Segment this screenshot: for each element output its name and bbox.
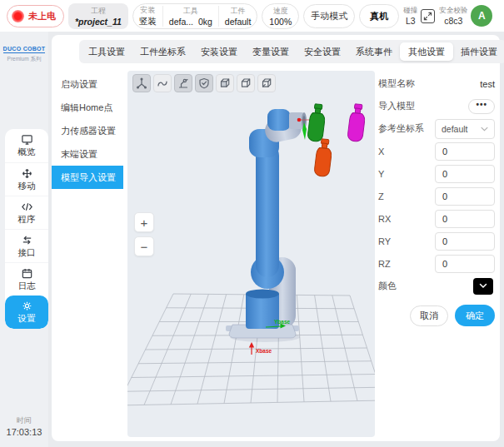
manual-mode-button[interactable]: 手动模式 (303, 4, 355, 28)
sidebar-item-move[interactable]: 移动 (5, 162, 48, 196)
tab-safety-settings[interactable]: 安全设置 (297, 40, 348, 63)
speed-label: 速度 (269, 6, 292, 17)
zoom-in-button[interactable]: + (134, 212, 154, 232)
rz-input[interactable] (435, 255, 495, 273)
power-status-label: 未上电 (28, 10, 56, 22)
code-icon (21, 201, 33, 213)
nav-menu: 概览 移动 程序 接口 日志 设置 (5, 129, 48, 329)
ref-frame-select[interactable]: default (435, 119, 495, 139)
submenu-end-effector[interactable]: 末端设置 (52, 142, 123, 166)
cube-view-1-button[interactable] (216, 74, 234, 92)
y-input[interactable] (435, 165, 495, 183)
rx-label: RX (378, 214, 391, 224)
move-icon (21, 167, 33, 180)
top-status-bar: 未上电 工程 *project_11 安装 竖装 工具 defa... 0kg … (0, 0, 504, 32)
axis-view-button[interactable] (132, 74, 151, 92)
confirm-button[interactable]: 确定 (455, 305, 495, 326)
project-label: 工程 (75, 6, 122, 17)
expand-arrows-icon (423, 12, 432, 21)
sidebar-item-interface[interactable]: 接口 (5, 229, 48, 262)
z-label: Z (378, 191, 384, 201)
project-name: *project_11 (75, 17, 122, 27)
submenu-startup-settings[interactable]: 启动设置 (52, 72, 123, 96)
model-name-row: 模型名称 test (378, 72, 495, 95)
main-content: 工具设置 工件坐标系 安装设置 变量设置 安全设置 系统事件 其他设置 插件设置… (52, 35, 500, 441)
viewport-zoom-controls: + − (134, 212, 154, 256)
real-machine-button[interactable]: 真机 (359, 4, 399, 28)
y-label: Y (378, 169, 384, 179)
tab-other-settings[interactable]: 其他设置 (400, 42, 453, 61)
brand-logo: DUCO COBOT Premium 系列 (0, 32, 48, 63)
model-name-label: 模型名称 (378, 77, 415, 90)
gear-icon (21, 300, 33, 312)
submenu-force-sensor[interactable]: 力传感器设置 (52, 119, 123, 142)
tab-system-events[interactable]: 系统事件 (348, 40, 400, 63)
cancel-button[interactable]: 取消 (410, 305, 448, 326)
submenu-edit-home[interactable]: 编辑Home点 (52, 96, 123, 119)
workpiece-label: 工件 (225, 6, 252, 17)
robot-arm-icon (177, 77, 189, 89)
tab-tool-settings[interactable]: 工具设置 (81, 40, 132, 63)
submenu-model-import[interactable]: 模型导入设置 (52, 166, 123, 189)
sidebar-item-overview[interactable]: 概览 (5, 129, 48, 162)
y-field-row: Y (378, 162, 495, 185)
fullscreen-toggle-button[interactable] (421, 9, 435, 23)
x-input[interactable] (435, 142, 495, 161)
power-status-button[interactable]: 未上电 (7, 5, 64, 27)
robot-arm-model (226, 109, 307, 338)
path-icon (157, 77, 168, 89)
ry-label: RY (378, 236, 391, 246)
user-avatar[interactable]: A (471, 5, 492, 27)
sidebar-item-program[interactable]: 程序 (5, 196, 48, 229)
ry-input[interactable] (435, 232, 495, 251)
panel-actions: 取消 确定 (378, 305, 495, 326)
sidebar-item-log[interactable]: 日志 (5, 262, 48, 296)
x-field-row: X (378, 140, 495, 162)
cube-wire-icon (240, 77, 252, 89)
model-orange-bottle (314, 138, 333, 177)
collision-value: L3 (403, 16, 417, 26)
ref-frame-label: 参考坐标系 (378, 122, 424, 135)
z-input[interactable] (435, 187, 495, 206)
axis-icon (136, 77, 147, 89)
speed-value: 100% (269, 17, 292, 27)
settings-tabbar: 工具设置 工件坐标系 安装设置 变量设置 安全设置 系统事件 其他设置 插件设置 (79, 40, 504, 63)
shield-check-icon (198, 77, 210, 89)
logo-title: DUCO COBOT (3, 46, 46, 53)
import-model-row: 导入模型 ••• (378, 95, 495, 117)
collision-level: 碰撞 L3 (403, 6, 417, 26)
tab-workpiece-frame[interactable]: 工件坐标系 (132, 40, 193, 63)
cube-view-2-button[interactable] (237, 74, 255, 92)
chevron-down-icon (481, 127, 488, 132)
import-model-browse-button[interactable]: ••• (468, 99, 495, 114)
zoom-out-button[interactable]: − (134, 236, 154, 256)
cube-view-3-button[interactable] (257, 74, 276, 92)
tab-plugin-settings[interactable]: 插件设置 (453, 40, 504, 63)
rx-field-row: RX (378, 207, 495, 230)
axis-y-label: Ybase (274, 319, 291, 325)
robot-3d-viewport[interactable]: + − (127, 71, 375, 437)
workpiece-config[interactable]: 工件 default (218, 6, 257, 27)
import-model-label: 导入模型 (378, 100, 415, 112)
tool-value: defa... 0kg (169, 17, 212, 27)
axis-x-label: Xbase (256, 348, 272, 354)
log-icon (21, 267, 33, 280)
sidebar-item-settings[interactable]: 设置 (5, 296, 48, 329)
x-label: X (378, 147, 384, 156)
setup-summary-group[interactable]: 安装 竖装 工具 defa... 0kg 工件 default (132, 3, 258, 29)
project-selector[interactable]: 工程 *project_11 (68, 3, 128, 29)
rx-input[interactable] (435, 210, 495, 228)
safety-zone-button[interactable] (195, 74, 213, 92)
color-row: 颜色 (378, 275, 495, 297)
left-nav-rail: DUCO COBOT Premium 系列 概览 移动 程序 接口 日志 设置 … (0, 32, 48, 447)
speed-control[interactable]: 速度 100% (262, 3, 299, 29)
tool-config[interactable]: 工具 defa... 0kg (162, 6, 218, 27)
rz-field-row: RZ (378, 252, 495, 275)
robot-model-button[interactable] (174, 74, 192, 92)
tab-variable-settings[interactable]: 变量设置 (245, 40, 297, 63)
trajectory-button[interactable] (153, 74, 172, 92)
tab-install-settings[interactable]: 安装设置 (193, 40, 245, 63)
color-picker-button[interactable] (473, 278, 493, 295)
tool-label: 工具 (169, 6, 212, 17)
install-config[interactable]: 安装 竖装 (133, 5, 162, 27)
